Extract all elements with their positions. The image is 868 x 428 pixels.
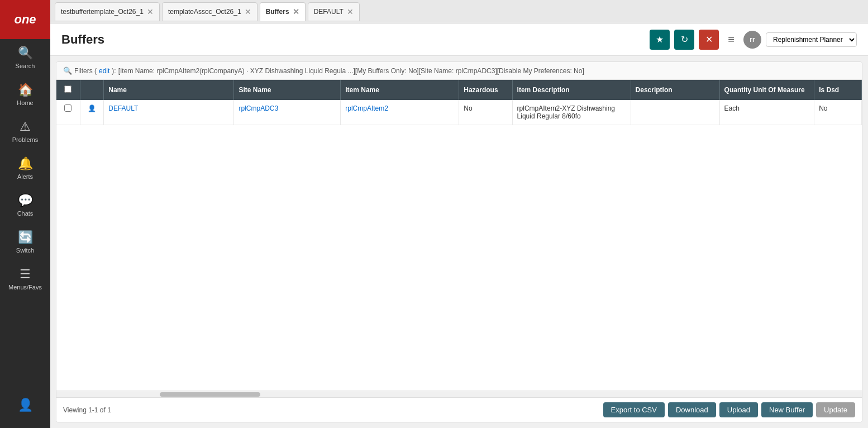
- page-title: Buffers: [61, 32, 104, 47]
- menu-button[interactable]: ≡: [723, 31, 739, 48]
- header: Buffers ★ ↻ ✕ ≡ rr Replenishment Planner: [50, 23, 868, 56]
- tab-testbuffertemplate[interactable]: testbuffertemplate_Oct26_1 ✕: [55, 2, 160, 21]
- sidebar-item-home[interactable]: 🏠 Home: [0, 76, 50, 113]
- sidebar-item-label: Chats: [17, 210, 34, 217]
- row-itemdesc: rplCmpAItem2-XYZ Dishwashing Liquid Regu…: [512, 100, 631, 125]
- header-itemdesc: Item Description: [512, 80, 631, 100]
- itemname-link[interactable]: rplCmpAItem2: [345, 104, 388, 112]
- sidebar-bottom: 👤: [13, 391, 37, 428]
- tab-close-icon[interactable]: ✕: [293, 8, 299, 16]
- header-description: Description: [631, 80, 719, 100]
- sidebar-item-label: Menus/Favs: [8, 284, 42, 291]
- sidebar-item-switch[interactable]: 🔄 Switch: [0, 223, 50, 260]
- sidebar-item-user[interactable]: 👤: [13, 391, 37, 421]
- row-user-icon: 👤: [88, 104, 96, 112]
- tab-buffers[interactable]: Buffers ✕: [260, 2, 306, 21]
- filter-prefix: Filters (: [74, 67, 97, 75]
- export-csv-button[interactable]: Export to CSV: [603, 402, 665, 417]
- logo-text: one: [14, 12, 36, 27]
- header-name: Name: [104, 80, 234, 100]
- download-button[interactable]: Download: [668, 402, 716, 417]
- chats-icon: 💬: [18, 193, 33, 208]
- tab-label: templateAssoc_Oct26_1: [168, 8, 241, 16]
- footer-actions: Export to CSV Download Upload New Buffer…: [603, 402, 855, 417]
- main-area: testbuffertemplate_Oct26_1 ✕ templateAss…: [50, 0, 868, 428]
- tab-default[interactable]: DEFAULT ✕: [308, 2, 360, 21]
- switch-icon: 🔄: [18, 230, 33, 245]
- user-avatar-icon: 👤: [18, 398, 33, 412]
- row-description: [631, 100, 719, 125]
- sidebar-item-alerts[interactable]: 🔔 Alerts: [0, 150, 50, 187]
- table-header-row: Name Site Name Item Name Hazardous Item: [56, 80, 862, 100]
- sidebar-item-label: Home: [17, 99, 33, 106]
- filter-colon: ):: [112, 67, 116, 75]
- filter-icon: 🔍: [63, 66, 72, 75]
- name-link[interactable]: DEFAULT: [108, 104, 138, 112]
- sitename-link[interactable]: rplCmpADC3: [239, 104, 278, 112]
- filter-edit-link[interactable]: edit: [99, 67, 109, 75]
- sidebar-item-chats[interactable]: 💬 Chats: [0, 187, 50, 223]
- sidebar-item-label: Alerts: [17, 173, 33, 180]
- home-icon: 🏠: [18, 83, 33, 97]
- row-checkbox-cell[interactable]: [56, 100, 80, 125]
- header-itemname: Item Name: [341, 80, 459, 100]
- tab-label: DEFAULT: [314, 8, 344, 16]
- row-hazardous: No: [459, 100, 512, 125]
- avatar: rr: [743, 31, 761, 49]
- tab-close-icon[interactable]: ✕: [245, 8, 251, 16]
- tab-bar: testbuffertemplate_Oct26_1 ✕ templateAss…: [50, 0, 868, 23]
- sidebar-item-label: Search: [16, 63, 35, 69]
- sidebar-item-problems[interactable]: ⚠ Problems: [0, 113, 50, 150]
- filter-bar: 🔍 Filters (edit): [Item Name: rplCmpAIte…: [56, 62, 862, 80]
- data-table: Name Site Name Item Name Hazardous Item: [56, 80, 862, 125]
- problems-icon: ⚠: [20, 120, 31, 134]
- user-role-select[interactable]: Replenishment Planner: [766, 32, 857, 47]
- header-actions: ★ ↻ ✕ ≡ rr Replenishment Planner: [650, 30, 857, 50]
- header-qty: Quantity Unit Of Measure: [719, 80, 814, 100]
- row-name: DEFAULT: [104, 100, 234, 125]
- refresh-button[interactable]: ↻: [674, 30, 694, 50]
- row-qty: Each: [719, 100, 814, 125]
- header-sitename: Site Name: [234, 80, 341, 100]
- sidebar-item-label: Switch: [16, 247, 34, 254]
- horizontal-scrollbar[interactable]: [56, 391, 862, 397]
- tab-close-icon[interactable]: ✕: [347, 8, 354, 16]
- select-all-checkbox[interactable]: [64, 85, 71, 93]
- close-button[interactable]: ✕: [699, 30, 719, 50]
- search-icon: 🔍: [18, 46, 33, 60]
- row-itemname: rplCmpAItem2: [341, 100, 459, 125]
- row-isdsd: No: [814, 100, 862, 125]
- sidebar-item-menus[interactable]: ☰ Menus/Favs: [0, 260, 50, 297]
- footer: Viewing 1-1 of 1 Export to CSV Download …: [56, 397, 862, 422]
- table-row[interactable]: 👤 DEFAULT rplCmpADC3 rplCmpAItem2 No rpl…: [56, 100, 862, 125]
- header-checkbox-cell[interactable]: [56, 80, 80, 100]
- scrollbar-thumb[interactable]: [160, 392, 260, 397]
- update-button[interactable]: Update: [816, 402, 855, 417]
- viewing-count: Viewing 1-1 of 1: [63, 406, 111, 414]
- tab-templateassoc[interactable]: templateAssoc_Oct26_1 ✕: [162, 2, 257, 21]
- sidebar-item-search[interactable]: 🔍 Search: [0, 39, 50, 76]
- header-icon-cell: [80, 80, 103, 100]
- row-sitename: rplCmpADC3: [234, 100, 341, 125]
- tab-label: testbuffertemplate_Oct26_1: [61, 8, 144, 16]
- new-buffer-button[interactable]: New Buffer: [761, 402, 813, 417]
- header-isdsd: Is Dsd: [814, 80, 862, 100]
- header-hazardous: Hazardous: [459, 80, 512, 100]
- sidebar: one 🔍 Search 🏠 Home ⚠ Problems 🔔 Alerts …: [0, 0, 50, 428]
- menus-icon: ☰: [20, 267, 31, 282]
- upload-button[interactable]: Upload: [719, 402, 758, 417]
- alerts-icon: 🔔: [18, 156, 33, 171]
- table-container[interactable]: Name Site Name Item Name Hazardous Item: [56, 80, 862, 391]
- filter-text: [Item Name: rplCmpAItem2(rplCompanyA) · …: [118, 67, 584, 75]
- app-logo[interactable]: one: [0, 0, 50, 39]
- content-panel: 🔍 Filters (edit): [Item Name: rplCmpAIte…: [56, 61, 862, 422]
- tab-close-icon[interactable]: ✕: [147, 8, 154, 16]
- tab-label: Buffers: [266, 8, 289, 16]
- sidebar-item-label: Problems: [12, 136, 38, 143]
- row-icon-cell: 👤: [80, 100, 103, 125]
- favorite-button[interactable]: ★: [650, 30, 670, 50]
- row-checkbox[interactable]: [64, 104, 71, 112]
